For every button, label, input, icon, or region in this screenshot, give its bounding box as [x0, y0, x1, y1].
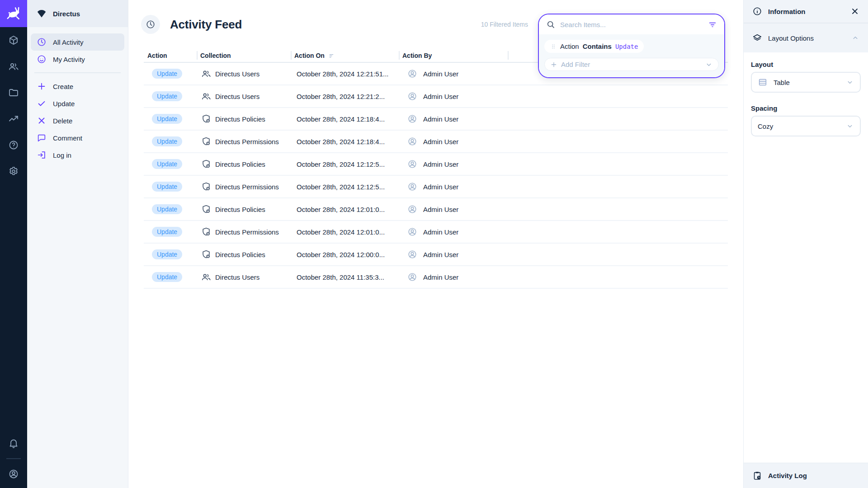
folder-icon	[8, 87, 19, 98]
cell-action-by: Admin User	[399, 131, 508, 152]
column-header-action[interactable]: Action	[144, 49, 197, 62]
project-name: Directus	[53, 10, 80, 18]
action-badge: Update	[152, 91, 182, 101]
user-name: Admin User	[423, 251, 458, 258]
shield-lock-icon	[201, 204, 211, 214]
table-row-directus-policies[interactable]: Update Directus Policies October 28th, 2…	[144, 108, 728, 131]
table-icon	[758, 77, 768, 87]
module-users[interactable]	[0, 53, 27, 80]
project-header[interactable]: Directus	[27, 0, 128, 27]
nav-divider	[34, 72, 121, 73]
people-icon	[8, 61, 19, 72]
timestamp: October 28th, 2024 12:01:0...	[297, 206, 385, 213]
nav-item-label: Comment	[53, 134, 82, 142]
nav-activity-list: All Activity My Activity	[27, 27, 128, 68]
filter-toggle-button[interactable]	[708, 20, 717, 29]
collection-name: Directus Users	[215, 93, 259, 100]
timestamp: October 28th, 2024 11:35:3...	[297, 273, 384, 281]
user-name: Admin User	[423, 138, 458, 145]
bell-icon	[8, 438, 19, 449]
cell-action-on: October 28th, 2024 12:00:0...	[291, 244, 399, 265]
nav-item-delete[interactable]: Delete	[31, 112, 124, 129]
cell-action-by: Admin User	[399, 153, 508, 175]
table-row-directus-policies[interactable]: Update Directus Policies October 28th, 2…	[144, 244, 728, 266]
layout-select[interactable]: Table	[751, 72, 861, 93]
action-badge: Update	[152, 136, 182, 146]
module-insights[interactable]	[0, 106, 27, 132]
table-row-directus-users[interactable]: Update Directus Users October 28th, 2024…	[144, 266, 728, 289]
clipboard-clock-icon	[752, 471, 762, 481]
cell-action: Update	[144, 63, 197, 84]
cell-action-on: October 28th, 2024 12:12:5...	[291, 153, 399, 175]
login-icon	[37, 150, 47, 160]
chip-operator: Contains	[583, 42, 612, 50]
layout-options-section[interactable]: Layout Options	[744, 23, 868, 52]
cell-collection: Directus Policies	[197, 244, 291, 265]
table-row-directus-users[interactable]: Update Directus Users October 28th, 2024…	[144, 85, 728, 108]
people-icon	[201, 272, 211, 282]
timestamp: October 28th, 2024 12:21:51...	[297, 70, 388, 78]
module-content[interactable]	[0, 27, 27, 53]
cell-spacer	[508, 221, 728, 243]
module-bar-bottom	[0, 430, 27, 488]
table-row-directus-policies[interactable]: Update Directus Policies October 28th, 2…	[144, 153, 728, 176]
table-row-directus-permissions[interactable]: Update Directus Permissions October 28th…	[144, 221, 728, 244]
insights-icon	[8, 113, 19, 124]
cell-action: Update	[144, 176, 197, 197]
notifications-button[interactable]	[0, 430, 27, 456]
spacing-select[interactable]: Cozy	[751, 116, 861, 136]
nav-item-create[interactable]: Create	[31, 78, 124, 95]
cell-spacer	[508, 244, 728, 265]
cell-action-on: October 28th, 2024 12:21:51...	[291, 63, 399, 84]
nav-item-log-in[interactable]: Log in	[31, 146, 124, 164]
nav-item-label: Update	[53, 100, 75, 108]
module-settings[interactable]	[0, 158, 27, 184]
help-icon	[8, 140, 19, 150]
cell-collection: Directus Policies	[197, 153, 291, 175]
plus-icon	[550, 61, 557, 68]
nav-item-comment[interactable]: Comment	[31, 129, 124, 146]
search-icon	[546, 20, 555, 29]
user-avatar-icon	[407, 91, 417, 101]
column-label: Collection	[200, 52, 231, 59]
search-bar	[539, 14, 724, 34]
nav-item-label: My Activity	[53, 56, 85, 63]
module-docs[interactable]	[0, 132, 27, 158]
directus-logo-button[interactable]	[0, 0, 27, 27]
column-header-collection[interactable]: Collection	[197, 49, 291, 62]
cell-action-by: Admin User	[399, 85, 508, 107]
cell-collection: Directus Users	[197, 63, 291, 84]
cell-action-by: Admin User	[399, 108, 508, 130]
sidebar-close-button[interactable]	[850, 7, 859, 16]
cell-collection: Directus Permissions	[197, 221, 291, 243]
nav-item-update[interactable]: Update	[31, 95, 124, 112]
nav-item-my-activity[interactable]: My Activity	[31, 51, 124, 68]
activity-table: Action Collection Action On Action By	[144, 49, 728, 289]
shield-lock-icon	[201, 136, 211, 146]
sort-icon	[328, 52, 335, 59]
drag-handle-icon	[550, 43, 557, 50]
people-icon	[201, 91, 211, 101]
column-header-action-on[interactable]: Action On	[291, 49, 399, 62]
user-avatar-icon	[407, 227, 417, 237]
add-filter-button[interactable]: Add Filter	[544, 58, 719, 71]
activity-log-label: Activity Log	[768, 472, 807, 479]
user-avatar-icon	[407, 159, 417, 169]
timestamp: October 28th, 2024 12:12:5...	[297, 183, 385, 191]
check-icon	[37, 99, 47, 108]
table-row-directus-permissions[interactable]: Update Directus Permissions October 28th…	[144, 131, 728, 153]
cell-spacer	[508, 153, 728, 175]
cell-collection: Directus Permissions	[197, 176, 291, 197]
search-input[interactable]	[560, 21, 703, 28]
nav-item-all-activity[interactable]: All Activity	[31, 33, 124, 51]
collection-name: Directus Permissions	[215, 138, 279, 145]
table-row-directus-permissions[interactable]: Update Directus Permissions October 28th…	[144, 176, 728, 198]
app-root: Directus All Activity My Activity	[0, 0, 868, 488]
column-header-action-by[interactable]: Action By	[399, 49, 508, 62]
filter-chip[interactable]: Action Contains Update	[544, 40, 644, 53]
table-row-directus-policies[interactable]: Update Directus Policies October 28th, 2…	[144, 198, 728, 221]
module-files[interactable]	[0, 80, 27, 106]
nav-item-label: Log in	[53, 151, 71, 159]
activity-log-tab[interactable]: Activity Log	[744, 463, 868, 488]
user-menu-button[interactable]	[0, 461, 27, 487]
